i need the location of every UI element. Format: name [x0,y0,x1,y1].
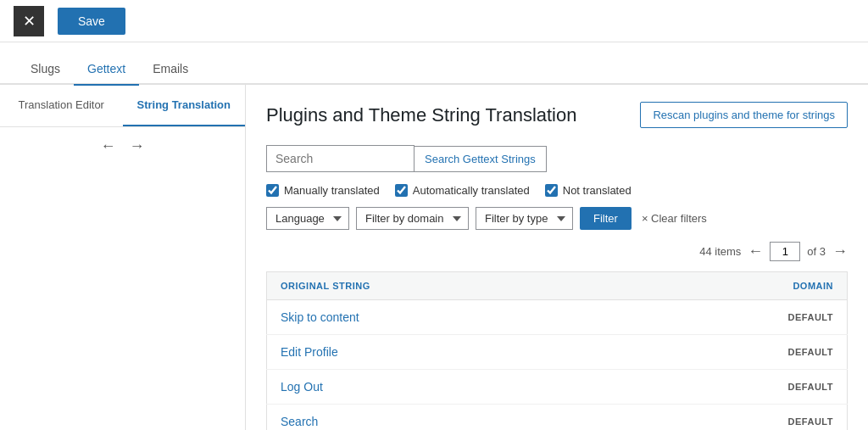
domain-cell: DEFAULT [746,405,848,431]
tab-slugs[interactable]: Slugs [17,53,74,86]
table-header-row: ORIGINAL STRING DOMAIN [267,272,848,300]
automatically-translated-checkbox[interactable] [395,184,408,197]
total-pages: of 3 [807,245,826,258]
search-input[interactable] [266,145,415,172]
top-bar: ✕ Save [0,0,868,42]
sidebar-item-translation-editor[interactable]: Translation Editor [0,85,123,126]
strings-table: ORIGINAL STRING DOMAIN Skip to contentDE… [266,271,848,430]
string-link[interactable]: Edit Profile [281,345,338,359]
manually-translated-checkbox[interactable] [266,184,279,197]
sidebar: Translation Editor String Translation ← … [0,85,246,430]
string-cell: Log Out [267,370,746,405]
next-page-button[interactable]: → [832,243,848,260]
tab-emails[interactable]: Emails [139,53,202,86]
language-dropdown[interactable]: Language [266,207,349,230]
page-number-input[interactable] [770,242,800,261]
not-translated-label[interactable]: Not translated [545,184,632,197]
col-domain: DOMAIN [746,272,848,300]
search-gettext-button[interactable]: Search Gettext Strings [415,146,547,172]
not-translated-text: Not translated [563,184,632,197]
sidebar-item-string-translation[interactable]: String Translation [123,85,246,126]
page-header: Plugins and Theme String Translation Res… [266,102,848,128]
table-row: Log OutDEFAULT [267,370,848,405]
filter-button[interactable]: Filter [580,207,632,230]
domain-cell: DEFAULT [746,300,848,335]
automatically-translated-label[interactable]: Automatically translated [395,184,530,197]
nav-arrows: ← → [0,127,245,165]
close-icon: ✕ [23,12,36,31]
table-row: Edit ProfileDEFAULT [267,335,848,370]
col-original-string: ORIGINAL STRING [267,272,746,300]
string-cell: Skip to content [267,300,746,335]
string-link[interactable]: Skip to content [281,310,359,324]
table-row: SearchDEFAULT [267,405,848,431]
string-cell: Search [267,405,746,431]
manually-translated-label[interactable]: Manually translated [266,184,380,197]
prev-arrow-button[interactable]: ← [101,137,116,155]
domain-cell: DEFAULT [746,335,848,370]
domain-cell: DEFAULT [746,370,848,405]
filter-by-domain-dropdown[interactable]: Filter by domain [356,207,469,230]
main-layout: Translation Editor String Translation ← … [0,85,868,430]
automatically-translated-text: Automatically translated [413,184,530,197]
pagination-row: 44 items ← of 3 → [266,242,848,261]
manually-translated-text: Manually translated [284,184,380,197]
rescan-button[interactable]: Rescan plugins and theme for strings [640,102,848,128]
clear-filters-button[interactable]: × Clear filters [638,212,710,225]
prev-page-button[interactable]: ← [748,243,763,260]
close-button[interactable]: ✕ [14,6,44,36]
next-arrow-button[interactable]: → [130,137,145,155]
table-row: Skip to contentDEFAULT [267,300,848,335]
tabs-bar: Slugs Gettext Emails [0,42,868,85]
search-row: Search Gettext Strings [266,145,848,172]
items-count: 44 items [699,245,741,258]
string-cell: Edit Profile [267,335,746,370]
not-translated-checkbox[interactable] [545,184,558,197]
filter-checkboxes-row: Manually translated Automatically transl… [266,184,848,197]
page-title: Plugins and Theme String Translation [266,104,576,126]
sidebar-nav: Translation Editor String Translation [0,85,245,127]
dropdown-filters-row: Language Filter by domain Filter by type… [266,207,848,230]
string-link[interactable]: Log Out [281,380,323,394]
tab-gettext[interactable]: Gettext [74,53,139,86]
filter-by-type-dropdown[interactable]: Filter by type [476,207,573,230]
main-content: Plugins and Theme String Translation Res… [246,85,868,430]
save-button[interactable]: Save [58,8,125,35]
string-link[interactable]: Search [281,415,318,428]
